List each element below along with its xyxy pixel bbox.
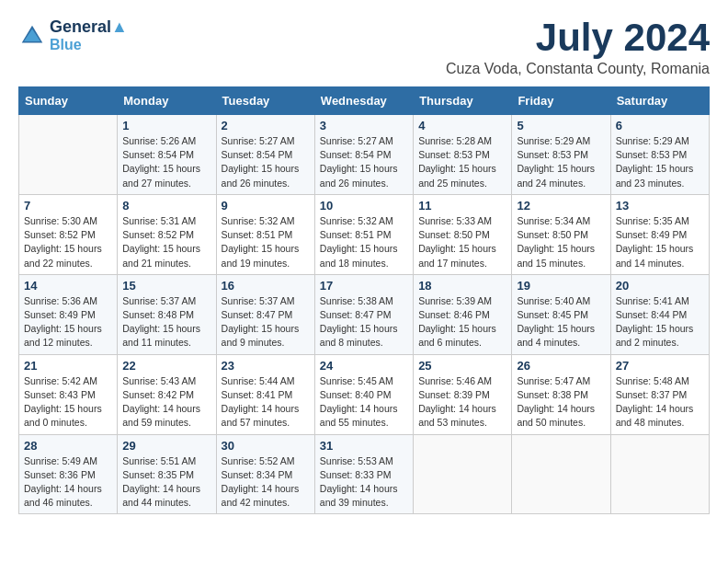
- day-info: Sunrise: 5:29 AM Sunset: 8:53 PM Dayligh…: [517, 134, 605, 190]
- day-number: 24: [320, 359, 408, 373]
- day-number: 5: [517, 119, 605, 132]
- day-number: 14: [24, 279, 112, 293]
- day-info: Sunrise: 5:33 AM Sunset: 8:50 PM Dayligh…: [418, 214, 506, 270]
- header: General▲ Blue July 2024 Cuza Voda, Const…: [18, 18, 710, 77]
- calendar-cell: [19, 115, 118, 195]
- day-number: 28: [24, 439, 112, 453]
- day-info: Sunrise: 5:31 AM Sunset: 8:52 PM Dayligh…: [122, 214, 210, 270]
- day-number: 11: [418, 199, 506, 213]
- title-area: July 2024 Cuza Voda, Constanta County, R…: [446, 18, 710, 77]
- day-info: Sunrise: 5:27 AM Sunset: 8:54 PM Dayligh…: [222, 134, 310, 190]
- day-info: Sunrise: 5:37 AM Sunset: 8:47 PM Dayligh…: [222, 294, 310, 350]
- calendar-cell: 9Sunrise: 5:32 AM Sunset: 8:51 PM Daylig…: [216, 194, 314, 274]
- day-info: Sunrise: 5:44 AM Sunset: 8:41 PM Dayligh…: [222, 374, 310, 431]
- calendar-cell: 25Sunrise: 5:46 AM Sunset: 8:39 PM Dayli…: [414, 354, 512, 434]
- day-info: Sunrise: 5:51 AM Sunset: 8:35 PM Dayligh…: [122, 454, 210, 511]
- calendar-cell: 6Sunrise: 5:29 AM Sunset: 8:53 PM Daylig…: [610, 115, 709, 195]
- header-day-thursday: Thursday: [414, 87, 512, 115]
- day-info: Sunrise: 5:52 AM Sunset: 8:34 PM Dayligh…: [222, 454, 310, 511]
- header-day-wednesday: Wednesday: [314, 87, 413, 115]
- calendar-cell: 26Sunrise: 5:47 AM Sunset: 8:38 PM Dayli…: [512, 354, 610, 434]
- calendar-cell: 30Sunrise: 5:52 AM Sunset: 8:34 PM Dayli…: [216, 434, 314, 514]
- day-info: Sunrise: 5:27 AM Sunset: 8:54 PM Dayligh…: [320, 134, 408, 190]
- day-info: Sunrise: 5:43 AM Sunset: 8:42 PM Dayligh…: [122, 374, 210, 431]
- day-info: Sunrise: 5:29 AM Sunset: 8:53 PM Dayligh…: [616, 134, 704, 190]
- header-day-tuesday: Tuesday: [216, 87, 314, 115]
- day-info: Sunrise: 5:47 AM Sunset: 8:38 PM Dayligh…: [517, 374, 605, 431]
- day-number: 31: [320, 439, 408, 453]
- calendar-cell: 8Sunrise: 5:31 AM Sunset: 8:52 PM Daylig…: [118, 194, 216, 274]
- day-info: Sunrise: 5:53 AM Sunset: 8:33 PM Dayligh…: [320, 454, 408, 511]
- day-info: Sunrise: 5:26 AM Sunset: 8:54 PM Dayligh…: [122, 134, 210, 190]
- day-number: 2: [222, 119, 310, 132]
- calendar-cell: 1Sunrise: 5:26 AM Sunset: 8:54 PM Daylig…: [118, 115, 216, 195]
- calendar-cell: 31Sunrise: 5:53 AM Sunset: 8:33 PM Dayli…: [314, 434, 413, 514]
- calendar-cell: 22Sunrise: 5:43 AM Sunset: 8:42 PM Dayli…: [118, 354, 216, 434]
- calendar-cell: 14Sunrise: 5:36 AM Sunset: 8:49 PM Dayli…: [19, 274, 118, 354]
- calendar-cell: 12Sunrise: 5:34 AM Sunset: 8:50 PM Dayli…: [512, 194, 610, 274]
- day-number: 26: [517, 359, 605, 373]
- calendar-cell: 5Sunrise: 5:29 AM Sunset: 8:53 PM Daylig…: [512, 115, 610, 195]
- calendar-cell: 3Sunrise: 5:27 AM Sunset: 8:54 PM Daylig…: [314, 115, 413, 195]
- day-number: 19: [517, 279, 605, 293]
- calendar-cell: 21Sunrise: 5:42 AM Sunset: 8:43 PM Dayli…: [19, 354, 118, 434]
- calendar-cell: 20Sunrise: 5:41 AM Sunset: 8:44 PM Dayli…: [610, 274, 709, 354]
- week-row-2: 7Sunrise: 5:30 AM Sunset: 8:52 PM Daylig…: [19, 194, 710, 274]
- day-info: Sunrise: 5:34 AM Sunset: 8:50 PM Dayligh…: [517, 214, 605, 270]
- calendar-cell: 7Sunrise: 5:30 AM Sunset: 8:52 PM Daylig…: [19, 194, 118, 274]
- day-info: Sunrise: 5:46 AM Sunset: 8:39 PM Dayligh…: [418, 374, 506, 431]
- day-number: 9: [222, 199, 310, 213]
- calendar-cell: 29Sunrise: 5:51 AM Sunset: 8:35 PM Dayli…: [118, 434, 216, 514]
- location-title: Cuza Voda, Constanta County, Romania: [446, 61, 710, 77]
- day-info: Sunrise: 5:40 AM Sunset: 8:45 PM Dayligh…: [517, 294, 605, 350]
- day-info: Sunrise: 5:37 AM Sunset: 8:48 PM Dayligh…: [122, 294, 210, 350]
- calendar-cell: 11Sunrise: 5:33 AM Sunset: 8:50 PM Dayli…: [414, 194, 512, 274]
- day-info: Sunrise: 5:41 AM Sunset: 8:44 PM Dayligh…: [616, 294, 704, 350]
- day-info: Sunrise: 5:42 AM Sunset: 8:43 PM Dayligh…: [24, 374, 112, 431]
- day-number: 18: [418, 279, 506, 293]
- day-info: Sunrise: 5:28 AM Sunset: 8:53 PM Dayligh…: [418, 134, 506, 190]
- day-number: 27: [616, 359, 704, 373]
- day-number: 8: [122, 199, 210, 213]
- calendar-cell: 13Sunrise: 5:35 AM Sunset: 8:49 PM Dayli…: [610, 194, 709, 274]
- day-number: 20: [616, 279, 704, 293]
- calendar-cell: 18Sunrise: 5:39 AM Sunset: 8:46 PM Dayli…: [414, 274, 512, 354]
- calendar-cell: 16Sunrise: 5:37 AM Sunset: 8:47 PM Dayli…: [216, 274, 314, 354]
- day-info: Sunrise: 5:48 AM Sunset: 8:37 PM Dayligh…: [616, 374, 704, 431]
- month-title: July 2024: [446, 18, 710, 57]
- day-info: Sunrise: 5:32 AM Sunset: 8:51 PM Dayligh…: [222, 214, 310, 270]
- calendar-header-row: SundayMondayTuesdayWednesdayThursdayFrid…: [19, 87, 710, 115]
- day-number: 10: [320, 199, 408, 213]
- day-number: 17: [320, 279, 408, 293]
- day-info: Sunrise: 5:38 AM Sunset: 8:47 PM Dayligh…: [320, 294, 408, 350]
- calendar-cell: 15Sunrise: 5:37 AM Sunset: 8:48 PM Dayli…: [118, 274, 216, 354]
- calendar-cell: 19Sunrise: 5:40 AM Sunset: 8:45 PM Dayli…: [512, 274, 610, 354]
- calendar-cell: [512, 434, 610, 514]
- header-day-saturday: Saturday: [610, 87, 709, 115]
- day-number: 3: [320, 119, 408, 132]
- calendar-cell: 17Sunrise: 5:38 AM Sunset: 8:47 PM Dayli…: [314, 274, 413, 354]
- calendar-cell: [414, 434, 512, 514]
- day-info: Sunrise: 5:49 AM Sunset: 8:36 PM Dayligh…: [24, 454, 112, 511]
- day-number: 29: [122, 439, 210, 453]
- header-day-sunday: Sunday: [19, 87, 118, 115]
- week-row-3: 14Sunrise: 5:36 AM Sunset: 8:49 PM Dayli…: [19, 274, 710, 354]
- calendar-cell: 23Sunrise: 5:44 AM Sunset: 8:41 PM Dayli…: [216, 354, 314, 434]
- logo-text: General▲ Blue: [50, 18, 128, 52]
- day-number: 7: [24, 199, 112, 213]
- calendar-cell: 24Sunrise: 5:45 AM Sunset: 8:40 PM Dayli…: [314, 354, 413, 434]
- day-number: 15: [122, 279, 210, 293]
- day-number: 12: [517, 199, 605, 213]
- day-info: Sunrise: 5:45 AM Sunset: 8:40 PM Dayligh…: [320, 374, 408, 431]
- day-number: 22: [122, 359, 210, 373]
- day-number: 30: [222, 439, 310, 453]
- day-info: Sunrise: 5:39 AM Sunset: 8:46 PM Dayligh…: [418, 294, 506, 350]
- day-number: 13: [616, 199, 704, 213]
- calendar-cell: 10Sunrise: 5:32 AM Sunset: 8:51 PM Dayli…: [314, 194, 413, 274]
- calendar-cell: 28Sunrise: 5:49 AM Sunset: 8:36 PM Dayli…: [19, 434, 118, 514]
- header-day-friday: Friday: [512, 87, 610, 115]
- day-number: 1: [122, 119, 210, 132]
- week-row-1: 1Sunrise: 5:26 AM Sunset: 8:54 PM Daylig…: [19, 115, 710, 195]
- logo-icon: [18, 22, 46, 50]
- day-info: Sunrise: 5:30 AM Sunset: 8:52 PM Dayligh…: [24, 214, 112, 270]
